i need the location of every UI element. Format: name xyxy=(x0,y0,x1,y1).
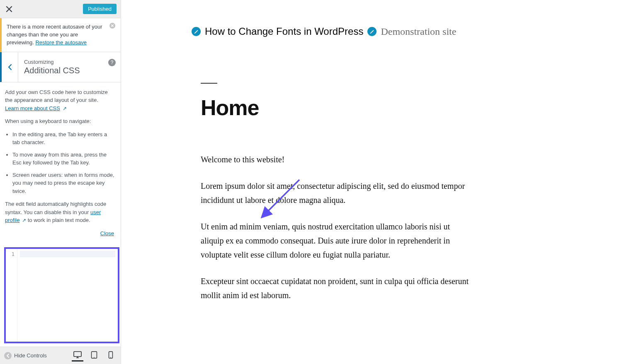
back-button[interactable] xyxy=(0,52,18,82)
svg-point-3 xyxy=(94,357,95,358)
help-close-link[interactable]: Close xyxy=(100,230,114,236)
help-bullet-list: In the editing area, the Tab key enters … xyxy=(12,130,116,195)
svg-point-5 xyxy=(110,357,111,358)
decorative-rule xyxy=(201,83,217,84)
dismiss-notice-button[interactable] xyxy=(109,22,117,31)
pencil-icon xyxy=(369,29,375,34)
mobile-preview-button[interactable] xyxy=(105,350,117,362)
tablet-preview-button[interactable] xyxy=(88,350,100,362)
device-preview-toggles xyxy=(72,350,117,362)
learn-css-link[interactable]: Learn more about CSS xyxy=(5,105,60,111)
autosave-notice: There is a more recent autosave of your … xyxy=(0,18,121,52)
close-customizer-button[interactable] xyxy=(2,2,16,16)
pencil-icon xyxy=(194,29,199,34)
page-title: Home xyxy=(201,95,474,120)
line-number: 1 xyxy=(6,251,15,257)
css-code-editor[interactable]: 1 xyxy=(6,249,118,342)
paragraph: Welcome to this website! xyxy=(201,152,474,166)
dismiss-icon xyxy=(109,22,116,29)
sidebar-footer: Hide Controls xyxy=(0,347,121,364)
chevron-left-icon xyxy=(8,64,12,70)
help-bullet: In the editing area, the Tab key enters … xyxy=(12,130,116,147)
chevron-left-icon xyxy=(4,352,12,359)
editor-gutter: 1 xyxy=(6,249,17,342)
edit-site-tagline-button[interactable] xyxy=(367,27,377,36)
paragraph: Lorem ipsum dolor sit amet, consectetur … xyxy=(201,179,474,207)
external-link-icon: ↗ xyxy=(63,106,67,111)
site-preview: How to Change Fonts in WordPress Demonst… xyxy=(121,0,622,364)
editor-active-line[interactable] xyxy=(20,251,115,257)
desktop-icon xyxy=(73,351,82,359)
close-icon xyxy=(6,6,12,12)
paragraph: Ut enim ad minim veniam, quis nostrud ex… xyxy=(201,219,474,262)
editor-pane[interactable] xyxy=(17,249,118,342)
tablet-icon xyxy=(91,351,97,359)
svg-rect-1 xyxy=(74,352,81,357)
help-bullet: Screen reader users: when in forms mode,… xyxy=(12,171,116,195)
site-title[interactable]: How to Change Fonts in WordPress xyxy=(205,26,363,37)
paragraph: Excepteur sint occaecat cupidatat non pr… xyxy=(201,274,474,302)
page-content: Home Welcome to this website! Lorem ipsu… xyxy=(201,83,474,302)
site-tagline[interactable]: Demonstration site xyxy=(381,26,456,37)
css-editor-region: 1 xyxy=(0,247,121,343)
mobile-icon xyxy=(108,351,113,359)
site-header: How to Change Fonts in WordPress Demonst… xyxy=(192,26,614,37)
hide-controls-label: Hide Controls xyxy=(14,352,47,359)
edit-site-title-button[interactable] xyxy=(192,27,201,36)
published-button[interactable]: Published xyxy=(83,4,117,14)
restore-autosave-link[interactable]: Restore the autosave xyxy=(35,39,87,46)
help-bullet: To move away from this area, press the E… xyxy=(12,151,116,167)
syntax-text-after: to work in plain text mode. xyxy=(28,217,90,223)
desktop-preview-button[interactable] xyxy=(72,350,83,362)
help-toggle-button[interactable]: ? xyxy=(108,59,116,66)
annotation-highlight-box: 1 xyxy=(4,247,119,343)
keyboard-intro: When using a keyboard to navigate: xyxy=(5,117,116,125)
customizer-sidebar: Published There is a more recent autosav… xyxy=(0,0,121,364)
sidebar-top-bar: Published xyxy=(0,0,121,18)
help-body: Add your own CSS code here to customize … xyxy=(0,82,121,241)
section-header: Customizing Additional CSS ? xyxy=(0,52,121,82)
section-title: Additional CSS xyxy=(24,66,115,75)
help-intro-text: Add your own CSS code here to customize … xyxy=(5,89,108,104)
hide-controls-button[interactable]: Hide Controls xyxy=(4,352,47,359)
help-icon: ? xyxy=(111,60,114,65)
external-link-icon: ↗ xyxy=(22,217,26,223)
section-eyebrow: Customizing xyxy=(24,59,115,65)
